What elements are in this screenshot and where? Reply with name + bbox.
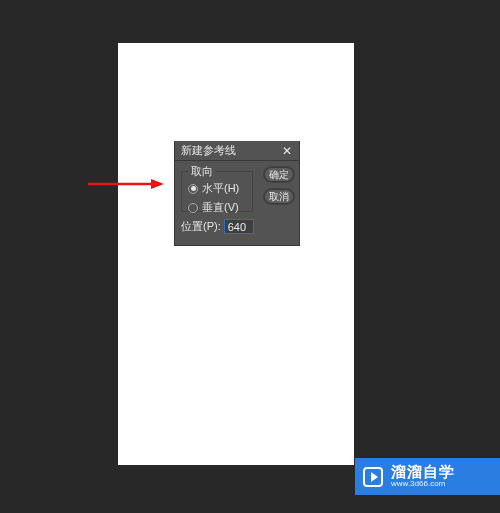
banner-sub-text: www.3d66.com bbox=[391, 480, 455, 489]
canvas-area bbox=[118, 43, 354, 465]
dialog-body: 取向 水平(H) 垂直(V) 确定 取消 位置(P): 640 bbox=[175, 161, 299, 246]
position-label: 位置(P): bbox=[181, 219, 221, 234]
radio-vertical[interactable]: 垂直(V) bbox=[182, 198, 252, 217]
orientation-legend: 取向 bbox=[188, 164, 216, 179]
dialog-title: 新建参考线 bbox=[181, 143, 236, 158]
dialog-titlebar[interactable]: 新建参考线 ✕ bbox=[175, 141, 299, 161]
banner-text: 溜溜自学 www.3d66.com bbox=[391, 464, 455, 489]
position-input[interactable]: 640 bbox=[224, 219, 254, 234]
banner-main-text: 溜溜自学 bbox=[391, 464, 455, 481]
play-icon bbox=[363, 467, 383, 487]
watermark-banner: 溜溜自学 www.3d66.com bbox=[355, 458, 500, 495]
radio-icon bbox=[188, 203, 198, 213]
cancel-button[interactable]: 取消 bbox=[264, 189, 294, 204]
radio-vertical-label: 垂直(V) bbox=[202, 200, 239, 215]
radio-horizontal[interactable]: 水平(H) bbox=[182, 179, 252, 198]
new-guide-dialog: 新建参考线 ✕ 取向 水平(H) 垂直(V) 确定 取消 位置(P): 640 bbox=[174, 141, 300, 246]
ok-button[interactable]: 确定 bbox=[264, 167, 294, 182]
orientation-fieldset: 取向 水平(H) 垂直(V) bbox=[181, 164, 253, 212]
radio-horizontal-label: 水平(H) bbox=[202, 181, 239, 196]
position-row: 位置(P): 640 bbox=[181, 219, 254, 234]
radio-icon bbox=[188, 184, 198, 194]
close-icon[interactable]: ✕ bbox=[279, 143, 295, 159]
